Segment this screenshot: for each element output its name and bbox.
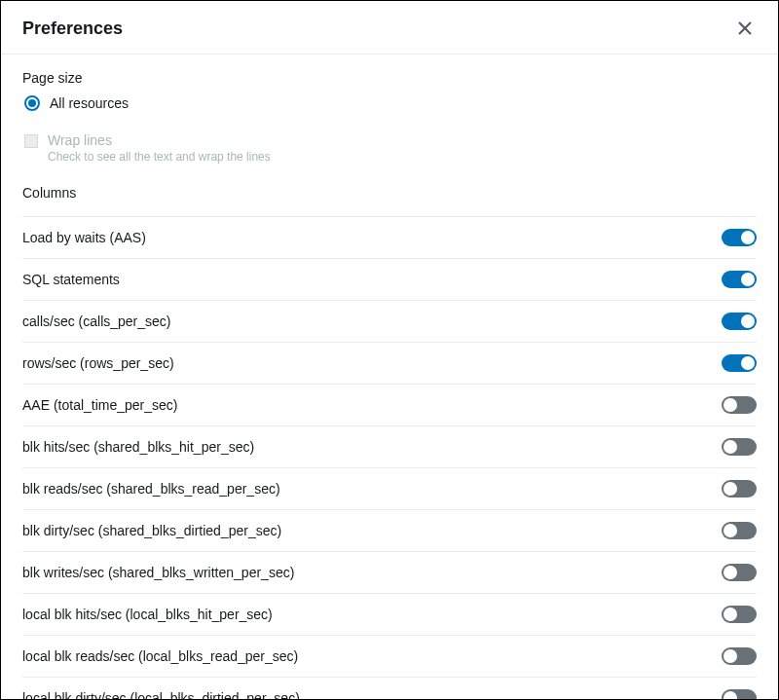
column-toggle[interactable]	[722, 438, 757, 456]
column-row: blk dirty/sec (shared_blks_dirtied_per_s…	[22, 509, 757, 551]
toggle-knob	[723, 691, 737, 699]
column-toggle[interactable]	[722, 480, 757, 497]
toggle-knob	[723, 608, 737, 621]
column-toggle[interactable]	[722, 354, 757, 372]
column-toggle[interactable]	[722, 229, 757, 246]
column-toggle[interactable]	[722, 396, 757, 414]
toggle-knob	[723, 482, 737, 496]
radio-all-resources[interactable]	[24, 95, 40, 111]
column-row: local blk hits/sec (local_blks_hit_per_s…	[22, 593, 757, 635]
wrap-lines-checkbox	[24, 134, 38, 148]
close-icon	[737, 20, 753, 36]
wrap-lines-label: Wrap lines	[48, 132, 271, 148]
column-toggle[interactable]	[722, 647, 757, 665]
wrap-lines-description: Check to see all the text and wrap the l…	[48, 150, 271, 164]
preferences-modal: Preferences Page size All resources Wrap…	[1, 1, 778, 699]
toggle-knob	[723, 398, 737, 412]
columns-label: Columns	[22, 185, 757, 201]
column-label: blk dirty/sec (shared_blks_dirtied_per_s…	[22, 523, 281, 538]
column-toggle[interactable]	[722, 522, 757, 539]
modal-body: Page size All resources Wrap lines Check…	[1, 55, 778, 699]
modal-header: Preferences	[1, 1, 778, 55]
page-size-option[interactable]: All resources	[22, 95, 757, 111]
page-size-label: Page size	[22, 70, 757, 86]
wrap-lines-texts: Wrap lines Check to see all the text and…	[48, 132, 271, 164]
toggle-knob	[741, 231, 755, 244]
column-row: blk hits/sec (shared_blks_hit_per_sec)	[22, 425, 757, 467]
column-label: blk writes/sec (shared_blks_written_per_…	[22, 565, 294, 580]
column-label: blk hits/sec (shared_blks_hit_per_sec)	[22, 439, 254, 455]
column-row: rows/sec (rows_per_sec)	[22, 342, 757, 384]
column-label: calls/sec (calls_per_sec)	[22, 313, 171, 329]
column-toggle[interactable]	[722, 313, 757, 330]
toggle-knob	[723, 440, 737, 454]
column-toggle[interactable]	[722, 564, 757, 581]
column-label: local blk dirty/sec (local_blks_dirtied_…	[22, 690, 300, 699]
column-row: SQL statements	[22, 258, 757, 300]
toggle-knob	[723, 649, 737, 663]
modal-title: Preferences	[22, 18, 123, 39]
column-label: blk reads/sec (shared_blks_read_per_sec)	[22, 481, 280, 497]
column-toggle[interactable]	[722, 271, 757, 288]
columns-list: Load by waits (AAS)SQL statementscalls/s…	[22, 216, 757, 699]
toggle-knob	[741, 314, 755, 328]
toggle-knob	[723, 524, 737, 537]
column-label: AAE (total_time_per_sec)	[22, 397, 178, 413]
column-label: rows/sec (rows_per_sec)	[22, 355, 174, 371]
column-row: local blk reads/sec (local_blks_read_per…	[22, 635, 757, 677]
radio-all-resources-label: All resources	[50, 95, 129, 111]
column-row: blk writes/sec (shared_blks_written_per_…	[22, 551, 757, 593]
column-row: blk reads/sec (shared_blks_read_per_sec)	[22, 467, 757, 509]
wrap-lines-option: Wrap lines Check to see all the text and…	[22, 132, 757, 164]
close-button[interactable]	[733, 17, 757, 40]
toggle-knob	[741, 356, 755, 370]
toggle-knob	[741, 273, 755, 286]
column-row: Load by waits (AAS)	[22, 216, 757, 258]
column-label: SQL statements	[22, 272, 120, 287]
column-toggle[interactable]	[722, 689, 757, 699]
columns-section: Columns Load by waits (AAS)SQL statement…	[22, 185, 757, 699]
column-label: Load by waits (AAS)	[22, 230, 146, 245]
column-label: local blk reads/sec (local_blks_read_per…	[22, 648, 298, 664]
column-row: AAE (total_time_per_sec)	[22, 384, 757, 425]
column-row: calls/sec (calls_per_sec)	[22, 300, 757, 342]
column-toggle[interactable]	[722, 606, 757, 623]
toggle-knob	[723, 566, 737, 579]
column-label: local blk hits/sec (local_blks_hit_per_s…	[22, 607, 273, 622]
column-row: local blk dirty/sec (local_blks_dirtied_…	[22, 677, 757, 699]
